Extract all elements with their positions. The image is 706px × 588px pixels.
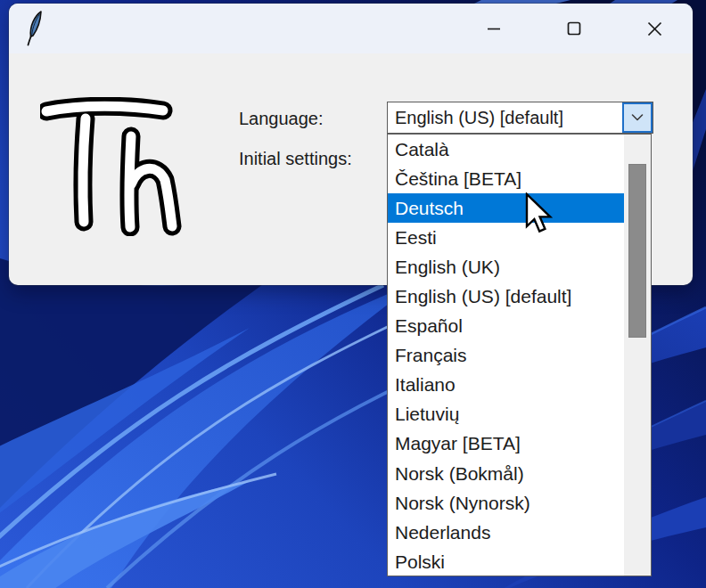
language-options: Català Čeština [BETA] Deutsch Eesti Engl… bbox=[388, 135, 624, 576]
minimize-icon bbox=[487, 21, 501, 36]
option-cestina[interactable]: Čeština [BETA] bbox=[388, 164, 624, 193]
option-catala[interactable]: Català bbox=[388, 135, 624, 164]
chevron-down-icon bbox=[630, 112, 644, 123]
option-italiano[interactable]: Italiano bbox=[388, 371, 624, 400]
close-button[interactable] bbox=[634, 4, 675, 53]
language-dropdown-list: Català Čeština [BETA] Deutsch Eesti Engl… bbox=[387, 134, 652, 576]
mouse-cursor-arrow bbox=[524, 192, 554, 237]
close-icon bbox=[647, 21, 662, 37]
option-francais[interactable]: Français bbox=[388, 341, 624, 371]
combobox-dropdown-button[interactable] bbox=[622, 102, 653, 133]
maximize-icon bbox=[567, 21, 581, 36]
option-eesti[interactable]: Eesti bbox=[388, 223, 624, 252]
option-lietuviu[interactable]: Lietuvių bbox=[388, 400, 624, 429]
language-combobox[interactable]: English (US) [default] bbox=[387, 102, 653, 134]
window-controls bbox=[434, 4, 675, 53]
option-magyar[interactable]: Magyar [BETA] bbox=[388, 429, 624, 459]
language-label: Language: bbox=[239, 108, 324, 129]
tk-feather-icon bbox=[24, 11, 45, 46]
option-deutsch[interactable]: Deutsch bbox=[388, 193, 624, 223]
titlebar[interactable] bbox=[9, 4, 693, 53]
combobox-selected-value: English (US) [default] bbox=[388, 108, 622, 128]
option-english-us[interactable]: English (US) [default] bbox=[388, 282, 624, 311]
dropdown-scrollbar-track[interactable] bbox=[624, 135, 651, 576]
option-nederlands[interactable]: Nederlands bbox=[388, 518, 624, 547]
option-norsk-nynorsk[interactable]: Norsk (Nynorsk) bbox=[388, 488, 624, 518]
option-norsk-bokmal[interactable]: Norsk (Bokmål) bbox=[388, 459, 624, 488]
maximize-button[interactable] bbox=[554, 4, 595, 53]
option-polski[interactable]: Polski bbox=[388, 547, 624, 576]
option-english-uk[interactable]: English (UK) bbox=[388, 252, 624, 282]
initial-settings-label: Initial settings: bbox=[239, 148, 352, 169]
option-espanol[interactable]: Español bbox=[388, 312, 624, 341]
minimize-button[interactable] bbox=[473, 4, 514, 53]
thonny-logo bbox=[40, 97, 183, 236]
dropdown-scrollbar-thumb[interactable] bbox=[628, 164, 646, 338]
